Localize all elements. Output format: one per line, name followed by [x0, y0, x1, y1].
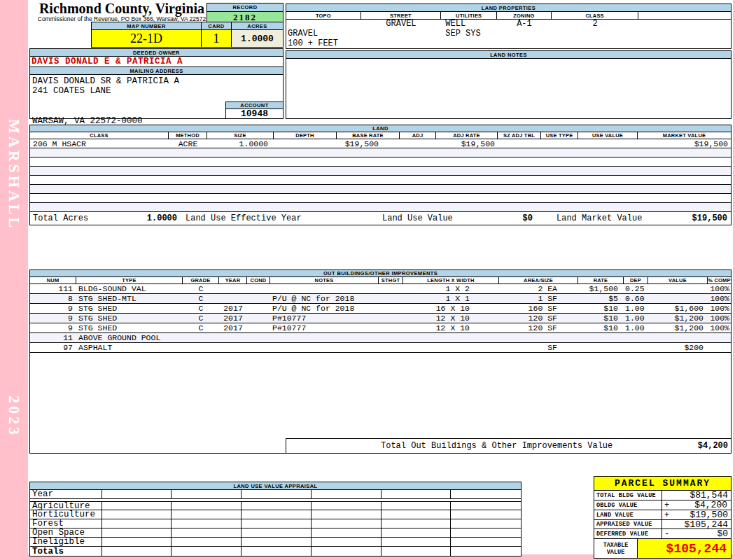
ob-row: 97 ASPHALT SF $200 — [30, 343, 731, 353]
land-cell-base-rate: $19,500 — [337, 139, 400, 148]
ob-cell-type: ABOVE GROUND POOL — [76, 333, 183, 342]
ob-cell-type: STG SHED — [76, 314, 183, 323]
outbuildings-total-label: Total Out Buildings & Other Improvements… — [381, 441, 612, 451]
ob-cell-comp: 100% — [708, 294, 731, 303]
ob-cell-comp: 100% — [708, 314, 731, 323]
parcel-summary-title: PARCEL SUMMARY — [594, 477, 731, 491]
lua-label-horticulture: Horticulture — [30, 510, 102, 519]
lua-label-agriculture: Agriculture — [30, 502, 102, 510]
ob-row: 9 STG SHED C 2017 P/U @ NC for 2018 16 X… — [30, 304, 731, 314]
land-header-size: SIZE — [207, 132, 274, 139]
land-cell-size: 1.0000 — [207, 139, 274, 148]
ob-cell-dep: 1.00 — [624, 314, 648, 323]
ob-cell-year: 2017 — [219, 323, 247, 332]
ob-cell-num: 9 — [30, 314, 76, 323]
ob-cell-area: 120 SF — [499, 314, 578, 323]
land-properties-title: LAND PROPERTIES — [286, 4, 731, 12]
land-header-use-value: USE VALUE — [578, 132, 638, 139]
lp-header-topo: TOPO — [286, 12, 361, 19]
ob-row: 111 BLDG-SOUND VAL C 1 X 2 2 EA $1,500 0… — [30, 284, 731, 294]
ob-cell-value: $1,200 — [648, 323, 708, 332]
ob-header-rate: RATE — [578, 277, 624, 284]
land-header-sz-adj-tbl: SZ ADJ TBL — [498, 132, 541, 139]
ps-op: - — [662, 529, 673, 539]
ob-cell-lw: 12 X 10 — [403, 323, 499, 332]
ob-cell-lw: 12 X 10 — [403, 314, 499, 323]
ob-cell-type: STG SHED-MTL — [76, 294, 183, 303]
ob-header-sthgt: STHGT — [379, 277, 403, 284]
ps-label-appraised: APPRAISED VALUE — [594, 520, 662, 528]
ps-op: + — [662, 510, 673, 520]
lua-row-ineligible: Ineligible — [30, 538, 521, 547]
land-empty-row — [30, 148, 731, 158]
land-empty-row — [30, 185, 731, 194]
land-header-method: METHOD — [169, 132, 207, 139]
land-use-effective-year-label: Land Use Effective Year — [186, 214, 302, 223]
mailing-line-1: DAVIS DONALD SR & PATRICIA A — [30, 75, 283, 86]
ob-cell-notes: P#10777 — [270, 314, 379, 323]
land-section: LAND CLASS METHOD SIZE DEPTH BASE RATE A… — [29, 125, 732, 225]
ob-cell-grade: C — [183, 284, 219, 293]
ps-row-taxable: TAXABLE VALUE $105,244 — [594, 539, 731, 558]
ob-cell-value: $1,600 — [648, 304, 708, 313]
ob-header-num: NUM — [30, 277, 76, 284]
ob-row: 9 STG SHED C 2017 P#10777 12 X 10 120 SF… — [30, 323, 731, 333]
record-card: Richmond County, Virginia Commissioner o… — [28, 0, 733, 554]
ob-header-grade: GRADE — [183, 277, 219, 284]
land-cell-method: ACRE — [169, 139, 207, 148]
ob-cell-value: $200 — [648, 343, 708, 352]
ps-label-taxable: TAXABLE VALUE — [594, 539, 638, 558]
land-empty-row — [30, 176, 731, 185]
lp-class-value: 2 — [552, 20, 639, 29]
lua-row-forest: Forest — [30, 519, 521, 528]
ob-cell-lw: 1 X 1 — [403, 294, 499, 303]
ob-cell-type: STG SHED — [76, 304, 183, 313]
ob-cell-year: 2017 — [219, 304, 247, 313]
ob-cell-grade: C — [183, 304, 219, 313]
ob-row: 8 STG SHED-MTL C P/U @ NC for 2018 1 X 1… — [30, 294, 731, 304]
ps-op: + — [662, 500, 673, 510]
ps-row-appraised: APPRAISED VALUE $105,244 — [594, 519, 731, 529]
ps-row-deferred: DEFERRED VALUE - $0 — [594, 529, 731, 539]
outbuildings-section: OUT BUILDINGS/OTHER IMPROVEMENTS NUM TYP… — [29, 270, 732, 454]
lua-row-horticulture: Horticulture — [30, 510, 521, 519]
land-market-value-label: Land Market Value — [556, 214, 642, 223]
ob-cell-dep: 1.00 — [624, 323, 648, 332]
land-title: LAND — [30, 125, 731, 132]
ps-label-obldg: OBLDG VALUE — [594, 500, 662, 510]
ob-cell-rate: $10 — [578, 304, 624, 313]
land-header-adj-rate: ADJ RATE — [436, 132, 498, 139]
land-header-adj: ADJ — [400, 132, 436, 139]
lp-topo-value-1: GRAVEL — [286, 29, 361, 39]
land-header-class: CLASS — [30, 132, 169, 139]
ob-row: 11 ABOVE GROUND POOL — [30, 333, 731, 343]
ob-header-length-width: LENGTH X WIDTH — [403, 277, 499, 284]
ob-header-value: VALUE — [648, 277, 708, 284]
ps-label-land: LAND VALUE — [594, 510, 662, 519]
lp-zoning-value: A-1 — [497, 20, 552, 29]
ob-cell-notes: P/U @ NC for 2018 — [270, 304, 379, 313]
ob-header-type: TYPE — [76, 277, 183, 284]
land-empty-row — [30, 203, 731, 212]
outbuildings-total-row: Total Out Buildings & Other Improvements… — [286, 438, 732, 453]
sidebar-vendor-label: MARSHALL — [5, 119, 23, 230]
ob-cell-comp: 100% — [708, 304, 731, 313]
ob-cell-num: 97 — [30, 343, 76, 352]
land-use-appraisal-section: LAND USE VALUE APPRAISAL Year Agricultur… — [29, 482, 522, 556]
lua-label-year: Year — [30, 490, 102, 498]
lua-row-totals: Totals — [30, 547, 521, 556]
land-data-row: 206 M HSACR ACRE 1.0000 $19,500 $19,500 … — [30, 139, 731, 148]
lp-utilities-value-2: SEP SYS — [441, 29, 497, 39]
ob-cell-num: 9 — [30, 304, 76, 313]
land-header-market-value: MARKET VALUE — [638, 132, 731, 139]
ob-cell-num: 9 — [30, 323, 76, 332]
ps-value-obldg: $4,200 — [673, 500, 730, 510]
ob-cell-grade: C — [183, 323, 219, 332]
ob-cell-comp: 100% — [708, 284, 731, 293]
land-empty-row — [30, 194, 731, 203]
ob-cell-notes: P/U @ NC for 2018 — [270, 294, 379, 303]
land-cell-class: 206 M HSACR — [30, 139, 169, 148]
land-header-use-type: USE TYPE — [541, 132, 578, 139]
ps-label-deferred: DEFERRED VALUE — [594, 529, 662, 538]
ob-header-dep: DEP — [624, 277, 648, 284]
